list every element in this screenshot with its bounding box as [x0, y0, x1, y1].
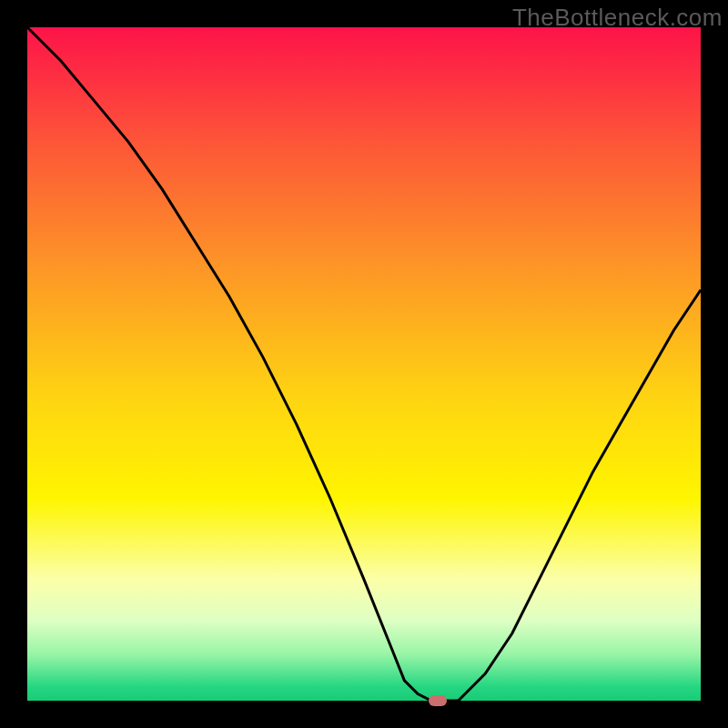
watermark-text: TheBottleneck.com: [512, 4, 723, 32]
optimal-marker: [429, 695, 447, 706]
plot-area: [27, 27, 701, 701]
bottleneck-curve: [27, 27, 701, 701]
